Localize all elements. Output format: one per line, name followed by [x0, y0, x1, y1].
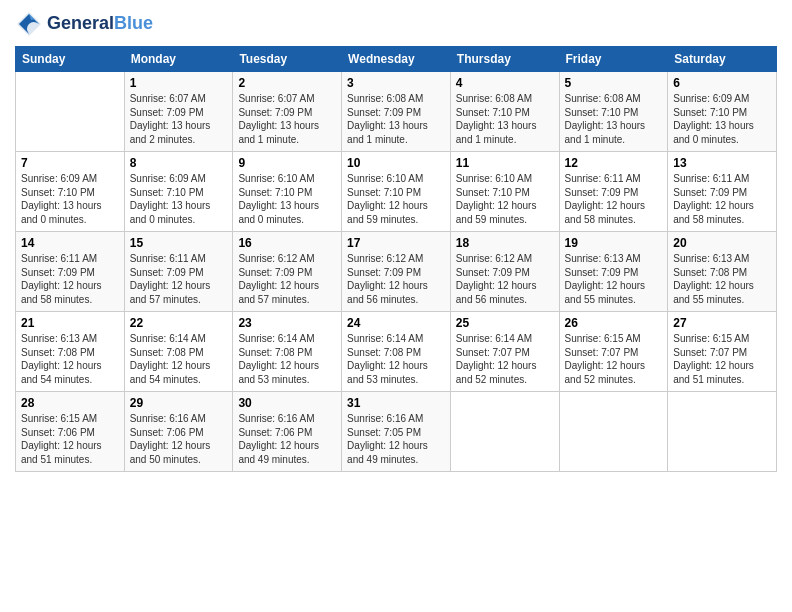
- header: GeneralBlue: [15, 10, 777, 38]
- day-cell: 31Sunrise: 6:16 AM Sunset: 7:05 PM Dayli…: [342, 392, 451, 472]
- day-number: 21: [21, 316, 119, 330]
- day-cell: 2Sunrise: 6:07 AM Sunset: 7:09 PM Daylig…: [233, 72, 342, 152]
- day-info: Sunrise: 6:16 AM Sunset: 7:06 PM Dayligh…: [130, 412, 228, 466]
- day-number: 30: [238, 396, 336, 410]
- day-info: Sunrise: 6:09 AM Sunset: 7:10 PM Dayligh…: [673, 92, 771, 146]
- day-cell: 16Sunrise: 6:12 AM Sunset: 7:09 PM Dayli…: [233, 232, 342, 312]
- day-info: Sunrise: 6:12 AM Sunset: 7:09 PM Dayligh…: [238, 252, 336, 306]
- day-info: Sunrise: 6:07 AM Sunset: 7:09 PM Dayligh…: [238, 92, 336, 146]
- day-info: Sunrise: 6:15 AM Sunset: 7:07 PM Dayligh…: [673, 332, 771, 386]
- column-header-tuesday: Tuesday: [233, 47, 342, 72]
- day-number: 26: [565, 316, 663, 330]
- day-number: 24: [347, 316, 445, 330]
- day-number: 6: [673, 76, 771, 90]
- day-cell: 23Sunrise: 6:14 AM Sunset: 7:08 PM Dayli…: [233, 312, 342, 392]
- day-number: 28: [21, 396, 119, 410]
- logo-icon: [15, 10, 43, 38]
- day-info: Sunrise: 6:11 AM Sunset: 7:09 PM Dayligh…: [565, 172, 663, 226]
- day-number: 23: [238, 316, 336, 330]
- day-cell: 5Sunrise: 6:08 AM Sunset: 7:10 PM Daylig…: [559, 72, 668, 152]
- column-header-sunday: Sunday: [16, 47, 125, 72]
- day-number: 4: [456, 76, 554, 90]
- day-info: Sunrise: 6:14 AM Sunset: 7:08 PM Dayligh…: [347, 332, 445, 386]
- day-cell: 24Sunrise: 6:14 AM Sunset: 7:08 PM Dayli…: [342, 312, 451, 392]
- logo-text: GeneralBlue: [47, 14, 153, 34]
- day-cell: 1Sunrise: 6:07 AM Sunset: 7:09 PM Daylig…: [124, 72, 233, 152]
- column-header-thursday: Thursday: [450, 47, 559, 72]
- day-info: Sunrise: 6:09 AM Sunset: 7:10 PM Dayligh…: [130, 172, 228, 226]
- day-number: 19: [565, 236, 663, 250]
- day-cell: 8Sunrise: 6:09 AM Sunset: 7:10 PM Daylig…: [124, 152, 233, 232]
- day-cell: [16, 72, 125, 152]
- day-info: Sunrise: 6:14 AM Sunset: 7:08 PM Dayligh…: [130, 332, 228, 386]
- column-header-friday: Friday: [559, 47, 668, 72]
- day-number: 9: [238, 156, 336, 170]
- week-row-5: 28Sunrise: 6:15 AM Sunset: 7:06 PM Dayli…: [16, 392, 777, 472]
- day-info: Sunrise: 6:07 AM Sunset: 7:09 PM Dayligh…: [130, 92, 228, 146]
- day-info: Sunrise: 6:11 AM Sunset: 7:09 PM Dayligh…: [21, 252, 119, 306]
- day-number: 22: [130, 316, 228, 330]
- day-number: 16: [238, 236, 336, 250]
- column-header-saturday: Saturday: [668, 47, 777, 72]
- day-info: Sunrise: 6:14 AM Sunset: 7:07 PM Dayligh…: [456, 332, 554, 386]
- day-cell: 11Sunrise: 6:10 AM Sunset: 7:10 PM Dayli…: [450, 152, 559, 232]
- day-number: 31: [347, 396, 445, 410]
- day-cell: 9Sunrise: 6:10 AM Sunset: 7:10 PM Daylig…: [233, 152, 342, 232]
- day-number: 17: [347, 236, 445, 250]
- day-cell: [559, 392, 668, 472]
- day-info: Sunrise: 6:12 AM Sunset: 7:09 PM Dayligh…: [347, 252, 445, 306]
- column-header-monday: Monday: [124, 47, 233, 72]
- column-header-wednesday: Wednesday: [342, 47, 451, 72]
- day-cell: 18Sunrise: 6:12 AM Sunset: 7:09 PM Dayli…: [450, 232, 559, 312]
- day-cell: 12Sunrise: 6:11 AM Sunset: 7:09 PM Dayli…: [559, 152, 668, 232]
- day-cell: 14Sunrise: 6:11 AM Sunset: 7:09 PM Dayli…: [16, 232, 125, 312]
- week-row-4: 21Sunrise: 6:13 AM Sunset: 7:08 PM Dayli…: [16, 312, 777, 392]
- day-cell: 27Sunrise: 6:15 AM Sunset: 7:07 PM Dayli…: [668, 312, 777, 392]
- day-number: 20: [673, 236, 771, 250]
- day-info: Sunrise: 6:16 AM Sunset: 7:06 PM Dayligh…: [238, 412, 336, 466]
- week-row-1: 1Sunrise: 6:07 AM Sunset: 7:09 PM Daylig…: [16, 72, 777, 152]
- day-number: 11: [456, 156, 554, 170]
- day-number: 2: [238, 76, 336, 90]
- day-cell: 6Sunrise: 6:09 AM Sunset: 7:10 PM Daylig…: [668, 72, 777, 152]
- day-info: Sunrise: 6:16 AM Sunset: 7:05 PM Dayligh…: [347, 412, 445, 466]
- day-info: Sunrise: 6:11 AM Sunset: 7:09 PM Dayligh…: [673, 172, 771, 226]
- day-cell: 25Sunrise: 6:14 AM Sunset: 7:07 PM Dayli…: [450, 312, 559, 392]
- day-number: 27: [673, 316, 771, 330]
- day-info: Sunrise: 6:12 AM Sunset: 7:09 PM Dayligh…: [456, 252, 554, 306]
- day-number: 13: [673, 156, 771, 170]
- logo: GeneralBlue: [15, 10, 153, 38]
- day-info: Sunrise: 6:15 AM Sunset: 7:06 PM Dayligh…: [21, 412, 119, 466]
- day-number: 12: [565, 156, 663, 170]
- day-info: Sunrise: 6:11 AM Sunset: 7:09 PM Dayligh…: [130, 252, 228, 306]
- day-cell: [450, 392, 559, 472]
- day-cell: 13Sunrise: 6:11 AM Sunset: 7:09 PM Dayli…: [668, 152, 777, 232]
- week-row-3: 14Sunrise: 6:11 AM Sunset: 7:09 PM Dayli…: [16, 232, 777, 312]
- day-cell: 26Sunrise: 6:15 AM Sunset: 7:07 PM Dayli…: [559, 312, 668, 392]
- header-row: SundayMondayTuesdayWednesdayThursdayFrid…: [16, 47, 777, 72]
- day-cell: 29Sunrise: 6:16 AM Sunset: 7:06 PM Dayli…: [124, 392, 233, 472]
- day-number: 8: [130, 156, 228, 170]
- day-info: Sunrise: 6:13 AM Sunset: 7:08 PM Dayligh…: [21, 332, 119, 386]
- day-cell: 21Sunrise: 6:13 AM Sunset: 7:08 PM Dayli…: [16, 312, 125, 392]
- day-number: 5: [565, 76, 663, 90]
- day-info: Sunrise: 6:08 AM Sunset: 7:10 PM Dayligh…: [456, 92, 554, 146]
- page: GeneralBlue SundayMondayTuesdayWednesday…: [0, 0, 792, 482]
- day-info: Sunrise: 6:10 AM Sunset: 7:10 PM Dayligh…: [238, 172, 336, 226]
- day-info: Sunrise: 6:13 AM Sunset: 7:08 PM Dayligh…: [673, 252, 771, 306]
- day-info: Sunrise: 6:10 AM Sunset: 7:10 PM Dayligh…: [456, 172, 554, 226]
- day-number: 10: [347, 156, 445, 170]
- day-number: 7: [21, 156, 119, 170]
- day-info: Sunrise: 6:08 AM Sunset: 7:09 PM Dayligh…: [347, 92, 445, 146]
- day-cell: 10Sunrise: 6:10 AM Sunset: 7:10 PM Dayli…: [342, 152, 451, 232]
- day-cell: [668, 392, 777, 472]
- day-number: 25: [456, 316, 554, 330]
- day-number: 1: [130, 76, 228, 90]
- day-number: 14: [21, 236, 119, 250]
- day-cell: 19Sunrise: 6:13 AM Sunset: 7:09 PM Dayli…: [559, 232, 668, 312]
- day-info: Sunrise: 6:10 AM Sunset: 7:10 PM Dayligh…: [347, 172, 445, 226]
- day-number: 18: [456, 236, 554, 250]
- day-info: Sunrise: 6:09 AM Sunset: 7:10 PM Dayligh…: [21, 172, 119, 226]
- calendar-table: SundayMondayTuesdayWednesdayThursdayFrid…: [15, 46, 777, 472]
- day-cell: 22Sunrise: 6:14 AM Sunset: 7:08 PM Dayli…: [124, 312, 233, 392]
